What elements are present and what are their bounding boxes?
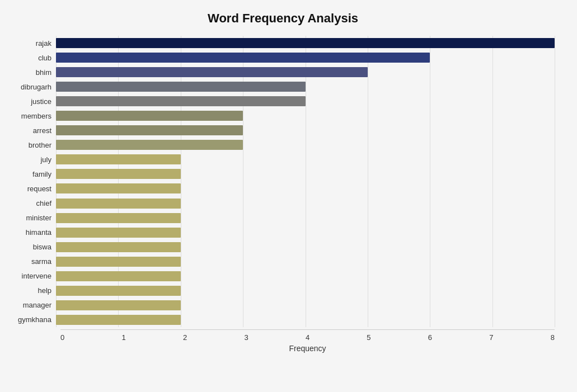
y-label: intervene bbox=[22, 272, 51, 280]
bar bbox=[56, 111, 243, 121]
bar-row bbox=[56, 285, 555, 297]
bar-row bbox=[56, 66, 555, 78]
grid-line bbox=[306, 36, 306, 327]
x-axis-label: 8 bbox=[551, 333, 555, 342]
y-label: request bbox=[27, 185, 51, 192]
x-axis-label: 3 bbox=[244, 333, 248, 342]
bar bbox=[56, 300, 181, 310]
grid-line bbox=[492, 36, 493, 327]
bar-row bbox=[56, 51, 555, 64]
grid-line bbox=[243, 36, 243, 327]
y-label: members bbox=[21, 112, 51, 120]
y-label: manager bbox=[23, 301, 51, 309]
bar bbox=[56, 140, 243, 150]
bar bbox=[56, 183, 181, 193]
y-label: sarma bbox=[31, 258, 51, 265]
bars-area bbox=[56, 36, 555, 327]
y-axis-labels: rajakclubbhimdibrugarhjusticemembersarre… bbox=[11, 36, 56, 327]
chart-container: Word Frequency Analysis rajakclubbhimdib… bbox=[0, 0, 577, 392]
x-axis-label: 7 bbox=[489, 333, 493, 342]
bar bbox=[56, 242, 181, 252]
x-axis-label: 0 bbox=[60, 333, 64, 342]
x-axis: 012345678 bbox=[60, 330, 555, 342]
bar-row bbox=[56, 37, 555, 49]
bar bbox=[56, 169, 181, 179]
y-label: club bbox=[38, 54, 51, 62]
bar bbox=[56, 213, 181, 223]
x-axis-label: 4 bbox=[306, 333, 309, 342]
y-label: brother bbox=[29, 141, 51, 149]
bar bbox=[56, 271, 181, 281]
bar bbox=[56, 257, 181, 267]
grid-line bbox=[118, 36, 119, 327]
bar bbox=[56, 199, 181, 209]
x-axis-label: 5 bbox=[367, 333, 370, 342]
y-label: minister bbox=[26, 214, 51, 221]
grid-line bbox=[181, 36, 181, 327]
grid-line bbox=[368, 36, 368, 327]
x-axis-title: Frequency bbox=[60, 344, 555, 353]
bar-row bbox=[56, 270, 555, 282]
bar bbox=[56, 38, 555, 48]
bar bbox=[56, 286, 181, 296]
y-label: rajak bbox=[36, 40, 51, 47]
bar-row bbox=[56, 314, 555, 326]
bar bbox=[56, 154, 181, 164]
bar bbox=[56, 125, 243, 135]
bar-row bbox=[56, 182, 555, 195]
grid-line bbox=[430, 36, 430, 327]
bar-row bbox=[56, 153, 555, 166]
bar-row bbox=[56, 168, 555, 180]
y-label: family bbox=[32, 171, 51, 178]
bar-row bbox=[56, 95, 555, 107]
bar bbox=[56, 228, 181, 238]
y-label: bhim bbox=[36, 69, 51, 76]
y-label: july bbox=[40, 156, 51, 163]
bar bbox=[56, 82, 306, 92]
grid-line bbox=[56, 36, 57, 327]
bar-row bbox=[56, 197, 555, 210]
y-label: biswa bbox=[33, 243, 51, 251]
chart-title: Word Frequency Analysis bbox=[11, 11, 555, 26]
bar-row bbox=[56, 139, 555, 151]
bar-row bbox=[56, 124, 555, 136]
x-axis-label: 2 bbox=[183, 333, 187, 342]
bar-row bbox=[56, 299, 555, 311]
y-label: help bbox=[37, 287, 51, 294]
bar bbox=[56, 67, 368, 77]
y-label: himanta bbox=[26, 229, 51, 236]
bar bbox=[56, 315, 181, 325]
y-label: justice bbox=[31, 98, 51, 105]
bar-row bbox=[56, 241, 555, 253]
y-label: arrest bbox=[33, 127, 51, 134]
bar bbox=[56, 53, 430, 63]
y-label: dibrugarh bbox=[21, 83, 51, 91]
bar-row bbox=[56, 256, 555, 268]
y-label: gymkhana bbox=[18, 316, 51, 323]
bar-row bbox=[56, 212, 555, 224]
x-axis-label: 6 bbox=[428, 333, 432, 342]
bar-row bbox=[56, 110, 555, 122]
x-axis-label: 1 bbox=[121, 333, 125, 342]
y-label: chief bbox=[36, 200, 51, 207]
bar-row bbox=[56, 81, 555, 93]
bar bbox=[56, 96, 306, 106]
grid-line bbox=[555, 36, 555, 327]
bar-row bbox=[56, 226, 555, 239]
